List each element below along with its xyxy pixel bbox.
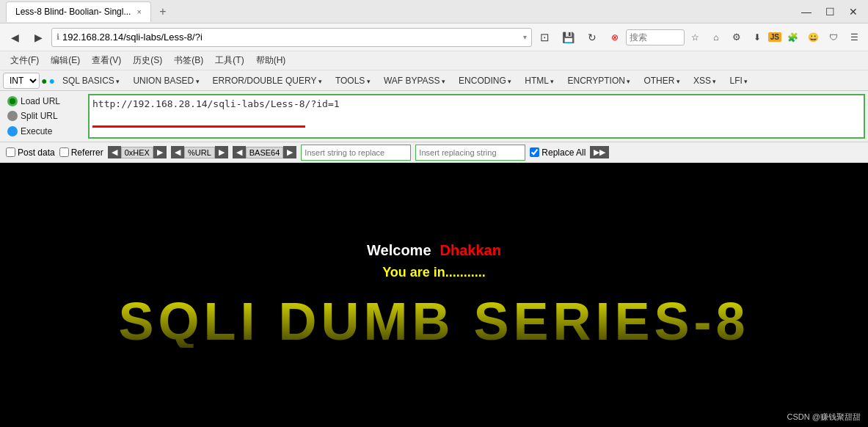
menu-lfi[interactable]: LFI [724,73,754,88]
pentest-url-section: Load URL Split URL Execute [0,91,868,142]
url-box [88,94,865,139]
tab-close-button[interactable]: × [136,7,141,16]
dropdown-arrow-icon: ▾ [523,33,527,41]
replace-all-label: Replace All [541,147,586,158]
url-textarea[interactable] [92,98,861,131]
maximize-button[interactable]: ☐ [821,3,839,21]
info-icon: ℹ [56,32,59,42]
web-content: Welcome Dhakkan You are in........... SQ… [0,163,868,427]
url-box-wrap [88,91,868,142]
profile-button[interactable]: 😀 [803,28,823,47]
download-button[interactable]: ⬇ [748,28,767,47]
back-button[interactable]: ◀ [4,27,25,48]
menu-error-double[interactable]: ERROR/DOUBLE QUERY [207,73,328,88]
menu-union-based[interactable]: UNION BASED [127,73,205,88]
execute-label: Execute [21,126,52,136]
replace-all-checkbox[interactable] [530,147,539,157]
reload-button[interactable]: ↻ [582,27,602,48]
base64-encode-button[interactable]: ▶ [283,146,296,158]
replace-all-check: Replace All [530,147,586,158]
menu-tools[interactable]: 工具(T) [211,53,248,68]
svg-point-1 [10,113,15,119]
base64-decode-button[interactable]: ◀ [233,146,246,158]
sqli-title-container: SQLI DUMB SERIES-8 [118,295,749,348]
load-url-button[interactable]: Load URL [4,95,84,108]
insert-replacing-input[interactable] [415,145,525,161]
post-data-check: Post data [6,147,55,158]
csdn-credit: CSDN @赚钱聚甜甜 [787,412,861,423]
load-url-icon [7,96,18,106]
execute-button[interactable]: Execute [4,125,84,138]
post-data-label: Post data [18,147,55,158]
close-window-button[interactable]: ✕ [845,3,862,21]
address-input[interactable] [62,32,520,43]
welcome-text: Welcome [367,242,431,259]
post-data-checkbox[interactable] [6,147,15,157]
extensions-button[interactable]: 🧩 [783,28,802,47]
hex-encode-group: ◀ 0xHEX ▶ [108,146,167,158]
home-button[interactable]: ⌂ [707,28,726,47]
browser-window: Less-8 Blind- Boolian- Singl... × + — ☐ … [0,0,868,427]
int-select[interactable]: INT [3,73,40,89]
title-bar: Less-8 Blind- Boolian- Singl... × + — ☐ … [0,0,868,23]
save-page-button[interactable]: 💾 [558,27,579,48]
base64-label[interactable]: BASE64 [246,147,284,158]
replace-execute-button[interactable]: ▶▶ [590,146,609,158]
minimize-button[interactable]: — [798,3,815,21]
menu-bookmarks[interactable]: 书签(B) [169,53,208,68]
hex-decode-button[interactable]: ◀ [108,146,121,158]
referrer-checkbox[interactable] [59,147,69,157]
svg-point-0 [10,98,15,104]
url-decode-button[interactable]: ◀ [171,146,184,158]
insert-replace-input[interactable] [301,145,411,161]
menu-tools[interactable]: TOOLS [329,73,376,88]
hex-encode-button[interactable]: ▶ [153,146,167,158]
more-button[interactable]: ☰ [845,28,864,47]
menu-edit[interactable]: 编辑(E) [46,53,84,68]
search-input[interactable] [626,29,685,45]
split-url-label: Split URL [21,111,58,121]
forward-button[interactable]: ▶ [28,27,48,48]
bottom-toolbar: Post data Referrer ◀ 0xHEX ▶ ◀ %URL ▶ ◀ … [0,142,868,163]
svg-point-2 [10,128,15,134]
welcome-line: Welcome Dhakkan [367,242,501,259]
sqli-title: SQLI DUMB SERIES-8 [118,295,749,348]
plugin-menu-bar: INT ● ● SQL BASICS UNION BASED ERROR/DOU… [0,70,868,91]
menu-view[interactable]: 查看(V) [87,53,125,68]
browser-tab[interactable]: Less-8 Blind- Boolian- Singl... × [6,1,151,22]
menu-html[interactable]: HTML [519,73,560,88]
hex-label[interactable]: 0xHEX [121,147,153,158]
you-are-in-text: You are in........... [382,265,486,280]
shield-button[interactable]: 🛡 [824,28,843,47]
username-text: Dhakkan [440,242,501,259]
menu-waf-bypass[interactable]: WAF BYPASS [378,73,451,88]
js-badge: JS [768,32,781,42]
menu-file[interactable]: 文件(F) [6,53,43,68]
execute-icon [7,126,18,136]
bookmark-star-button[interactable]: ☆ [686,28,705,47]
url-input-container [92,98,861,134]
address-bar: ◀ ▶ ℹ ▾ ⊡ 💾 ↻ ⊗ ☆ ⌂ ⚙ ⬇ JS 🧩 😀 🛡 ☰ [0,23,868,51]
url-label[interactable]: %URL [184,147,215,158]
menu-encryption[interactable]: ENCRYPTION [561,73,636,88]
base64-encode-group: ◀ BASE64 ▶ [233,146,297,158]
stop-button[interactable]: ⊗ [605,28,624,47]
url-encode-group: ◀ %URL ▶ [171,146,228,158]
settings-button-1[interactable]: ⚙ [727,28,746,47]
blue-dot: ● [48,75,54,87]
load-url-label: Load URL [21,96,60,106]
green-dot: ● [41,75,47,87]
split-url-icon [7,111,18,121]
menu-xss[interactable]: XSS [688,73,723,88]
menu-other[interactable]: OTHER [638,73,686,88]
window-controls: — ☐ ✕ [798,3,862,21]
bookmark-button[interactable]: ⊡ [535,27,555,48]
url-encode-button[interactable]: ▶ [215,146,228,158]
menu-help[interactable]: 帮助(H) [252,53,291,68]
menu-history[interactable]: 历史(S) [128,53,167,68]
referrer-label: Referrer [71,147,103,158]
new-tab-button[interactable]: + [156,4,170,19]
menu-encoding[interactable]: ENCODING [453,73,517,88]
split-url-button[interactable]: Split URL [4,109,84,123]
menu-sql-basics[interactable]: SQL BASICS [56,73,125,88]
